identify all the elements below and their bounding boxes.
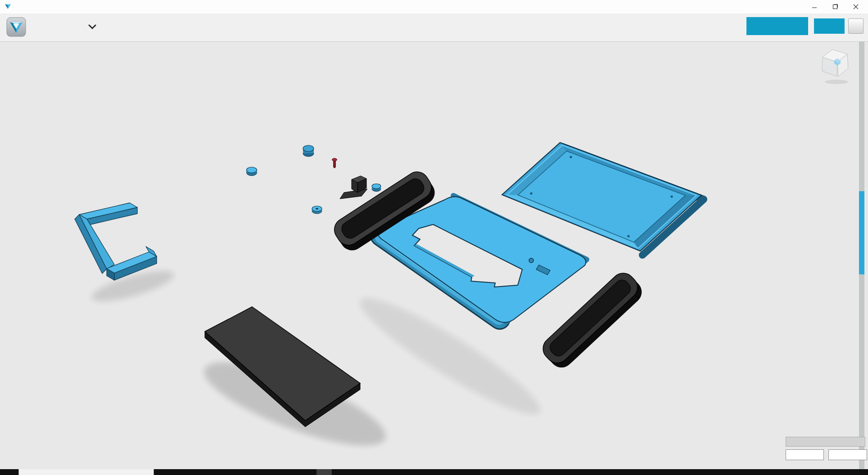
bottom-bar-gray-segment[interactable] xyxy=(316,469,332,475)
part-small-parts[interactable] xyxy=(247,145,381,214)
signin-button[interactable] xyxy=(814,18,845,34)
app-window: { "window": { "title": "BasicMasterLevel… xyxy=(0,0,868,475)
length-snap-input[interactable] xyxy=(786,449,824,460)
chevron-down-icon[interactable] xyxy=(88,24,96,30)
minimize-button[interactable] xyxy=(804,0,825,13)
maximize-icon xyxy=(832,4,838,9)
titlebar xyxy=(0,0,868,14)
minimize-icon xyxy=(812,4,817,9)
close-icon xyxy=(853,4,859,9)
app-menu-button[interactable] xyxy=(6,17,26,37)
disc-b xyxy=(303,145,314,157)
maximize-button[interactable] xyxy=(825,0,845,13)
viewport-3d[interactable] xyxy=(0,0,868,475)
viewcube[interactable] xyxy=(822,49,848,84)
bottom-bar xyxy=(0,469,868,475)
disc-a xyxy=(247,167,257,176)
main-toolbar xyxy=(0,13,868,42)
cover-round-hole xyxy=(529,258,533,263)
close-button[interactable] xyxy=(845,0,866,13)
thumbscrew xyxy=(332,158,337,168)
grid-edit-button[interactable] xyxy=(786,437,865,447)
part-u-bracket[interactable] xyxy=(75,203,157,280)
small-bracket xyxy=(340,176,367,199)
premium-signup-button[interactable] xyxy=(746,17,808,35)
washer-disc xyxy=(312,206,322,214)
right-panel-handle[interactable] xyxy=(859,191,864,274)
angle-snap-input[interactable] xyxy=(828,449,867,460)
help-button[interactable] xyxy=(848,18,863,34)
disc-c xyxy=(372,184,381,192)
bottom-bar-white-segment[interactable] xyxy=(18,469,154,475)
app-icon xyxy=(5,4,11,9)
